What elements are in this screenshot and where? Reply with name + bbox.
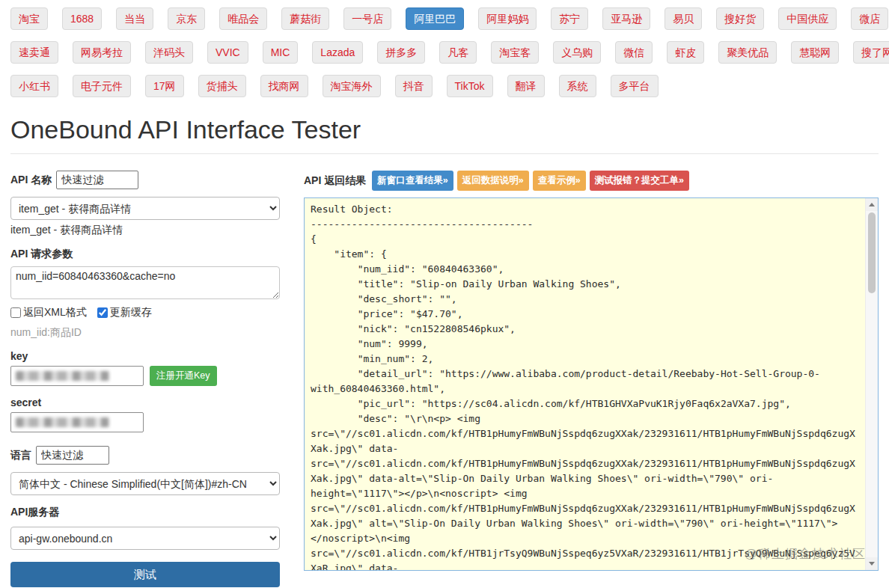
response-panel: API 返回结果 新窗口查看结果» 返回数据说明» 查看示例» 测试报错？提交工… bbox=[304, 171, 879, 571]
platform-button[interactable]: 搜了网 bbox=[853, 41, 889, 64]
language-label: 语言 bbox=[10, 449, 31, 462]
platform-row-1: 淘宝 1688 当当 京东 唯品会 蘑菇街 一号店 阿里巴巴 阿里妈妈 苏宁 亚… bbox=[10, 7, 879, 30]
secret-input[interactable] bbox=[10, 412, 144, 432]
platform-button[interactable]: 找商网 bbox=[260, 75, 308, 97]
platform-button[interactable]: 淘宝 bbox=[10, 7, 48, 30]
platform-button[interactable]: 唯品会 bbox=[219, 7, 267, 30]
params-textarea[interactable]: num_iid=60840463360&cache=no bbox=[10, 266, 280, 299]
platform-button[interactable]: 微信 bbox=[615, 41, 653, 64]
register-key-button[interactable]: 注册开通Key bbox=[150, 366, 217, 386]
platform-button[interactable]: 淘宝客 bbox=[491, 41, 539, 64]
platform-button[interactable]: 速卖通 bbox=[10, 41, 58, 64]
server-label: API服务器 bbox=[10, 506, 280, 519]
result-output[interactable]: Result Object: -------------------------… bbox=[304, 197, 879, 571]
platform-button[interactable]: 货捕头 bbox=[198, 75, 246, 97]
cache-checkbox-label[interactable]: 更新缓存 bbox=[97, 306, 152, 319]
platform-button[interactable]: 阿里巴巴 bbox=[406, 7, 464, 30]
api-name-label: API 名称 bbox=[10, 174, 52, 187]
platform-button[interactable]: 拼多多 bbox=[377, 41, 425, 64]
data-docs-button[interactable]: 返回数据说明» bbox=[457, 171, 529, 191]
main: API 名称 item_get - 获得商品详情 item_get - 获得商品… bbox=[0, 154, 889, 588]
language-select[interactable]: 简体中文 - Chinese Simplified(中文[简体])#zh-CN bbox=[10, 472, 280, 495]
platform-button[interactable]: 抖音 bbox=[395, 75, 433, 97]
platform-button[interactable]: 一号店 bbox=[343, 7, 391, 30]
platform-button[interactable]: MIC bbox=[263, 41, 299, 64]
platform-button[interactable]: 京东 bbox=[168, 7, 205, 30]
options-row: 返回XML格式 更新缓存 bbox=[10, 306, 280, 319]
platform-button[interactable]: 阿里妈妈 bbox=[478, 7, 537, 30]
api-name-filter-input[interactable] bbox=[56, 171, 138, 189]
platform-button[interactable]: 搜好货 bbox=[716, 7, 764, 30]
platform-button[interactable]: 苏宁 bbox=[551, 7, 588, 30]
xml-checkbox-label[interactable]: 返回XML格式 bbox=[10, 306, 87, 319]
masked-secret-value bbox=[16, 417, 109, 427]
view-example-button[interactable]: 查看示例» bbox=[533, 171, 586, 191]
test-button[interactable]: 测试 bbox=[10, 562, 280, 587]
platform-button[interactable]: 易贝 bbox=[665, 7, 702, 30]
api-name-row: API 名称 bbox=[10, 171, 280, 189]
scroll-thumb[interactable] bbox=[868, 212, 876, 293]
language-row: 语言 bbox=[10, 446, 280, 465]
platform-row-3: 小红书 电子元件 17网 货捕头 找商网 淘宝海外 抖音 TikTok 翻译 系… bbox=[10, 75, 879, 97]
page-title: OneBound API Interface Tester bbox=[10, 115, 879, 144]
platform-button[interactable]: VVIC bbox=[207, 41, 248, 64]
platform-button[interactable]: 蘑菇街 bbox=[281, 7, 329, 30]
cache-checkbox[interactable] bbox=[97, 307, 108, 318]
api-select-caption: item_get - 获得商品详情 bbox=[10, 224, 280, 237]
platform-button[interactable]: 亚马逊 bbox=[602, 7, 650, 30]
platform-button[interactable]: 聚美优品 bbox=[718, 41, 777, 64]
platform-button[interactable]: 虾皮 bbox=[667, 41, 704, 64]
page: 淘宝 1688 当当 京东 唯品会 蘑菇街 一号店 阿里巴巴 阿里妈妈 苏宁 亚… bbox=[0, 0, 889, 588]
param-hint: num_iid:商品ID bbox=[10, 326, 280, 340]
platform-button[interactable]: 洋码头 bbox=[145, 41, 193, 64]
key-row: 注册开通Key bbox=[10, 366, 280, 386]
api-select[interactable]: item_get - 获得商品详情 bbox=[10, 197, 280, 220]
platform-row-2: 速卖通 网易考拉 洋码头 VVIC MIC Lazada 拼多多 凡客 淘宝客 … bbox=[10, 41, 879, 64]
language-filter-input[interactable] bbox=[36, 446, 109, 465]
platform-button[interactable]: 1688 bbox=[62, 7, 102, 30]
server-select[interactable]: api-gw.onebound.cn bbox=[10, 527, 280, 550]
key-input[interactable] bbox=[10, 366, 144, 386]
masked-key-value bbox=[16, 371, 109, 381]
params-label: API 请求参数 bbox=[10, 248, 280, 261]
platform-button[interactable]: 淘宝海外 bbox=[323, 75, 381, 97]
platform-button[interactable]: 网易考拉 bbox=[73, 41, 131, 64]
platform-button[interactable]: 多平台 bbox=[611, 75, 659, 97]
result-text: Result Object: -------------------------… bbox=[305, 198, 878, 571]
platform-button[interactable]: 当当 bbox=[116, 7, 153, 30]
xml-checkbox[interactable] bbox=[10, 307, 21, 318]
xml-checkbox-text: 返回XML格式 bbox=[23, 306, 87, 319]
result-scrollbar[interactable] bbox=[865, 198, 878, 570]
open-result-new-window-button[interactable]: 新窗口查看结果» bbox=[372, 171, 453, 191]
key-label: key bbox=[10, 350, 280, 362]
platform-button[interactable]: 17网 bbox=[145, 75, 184, 97]
platform-button[interactable]: TikTok bbox=[447, 75, 493, 97]
request-panel: API 名称 item_get - 获得商品详情 item_get - 获得商品… bbox=[10, 171, 280, 587]
platform-button[interactable]: 小红书 bbox=[10, 75, 58, 97]
scroll-down-arrow-icon[interactable] bbox=[866, 557, 878, 570]
platform-button[interactable]: 慧聪网 bbox=[791, 41, 839, 64]
cache-checkbox-text: 更新缓存 bbox=[110, 306, 152, 319]
platform-button[interactable]: 电子元件 bbox=[73, 75, 131, 97]
platform-button[interactable]: 义乌购 bbox=[553, 41, 601, 64]
platform-button[interactable]: 系统 bbox=[559, 75, 596, 97]
platform-button[interactable]: 微店 bbox=[851, 7, 888, 30]
platform-button[interactable]: 凡客 bbox=[439, 41, 477, 64]
scroll-up-arrow-icon[interactable] bbox=[866, 198, 878, 211]
platform-button[interactable]: 中国供应 bbox=[778, 7, 837, 30]
result-label: API 返回结果 bbox=[304, 174, 366, 188]
secret-label: secret bbox=[10, 396, 280, 408]
platform-button[interactable]: 翻译 bbox=[507, 75, 545, 97]
result-header: API 返回结果 新窗口查看结果» 返回数据说明» 查看示例» 测试报错？提交工… bbox=[304, 171, 879, 191]
header: OneBound API Interface Tester bbox=[10, 115, 879, 154]
report-error-button[interactable]: 测试报错？提交工单» bbox=[590, 171, 689, 191]
platform-nav: 淘宝 1688 当当 京东 唯品会 蘑菇街 一号店 阿里巴巴 阿里妈妈 苏宁 亚… bbox=[0, 0, 889, 97]
platform-button[interactable]: Lazada bbox=[312, 41, 363, 64]
